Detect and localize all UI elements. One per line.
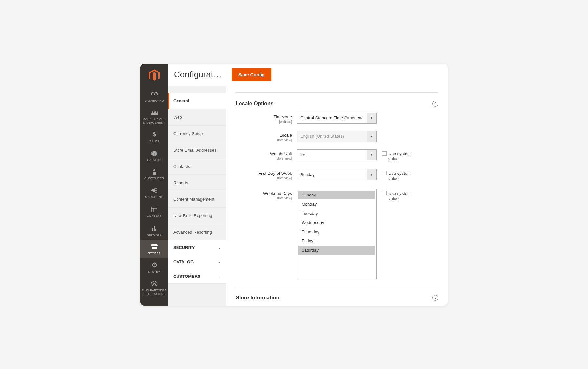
nav-dashboard[interactable]: DASHBOARD: [140, 87, 168, 106]
gear-icon: ⚙: [151, 261, 157, 269]
dashboard-icon: [151, 91, 158, 98]
nav-partners[interactable]: FIND PARTNERS & EXTENSIONS: [140, 277, 168, 299]
divider: [236, 92, 438, 93]
nav-sales[interactable]: $ SALES: [140, 128, 168, 147]
nav-system[interactable]: ⚙ SYSTEM: [140, 258, 168, 277]
weight-label: Weight Unit: [270, 151, 292, 156]
use-system-label: Use system value: [388, 151, 418, 162]
first-day-scope: [store view]: [236, 176, 292, 180]
config-nav-currency[interactable]: Currency Setup: [168, 126, 226, 142]
nav-marketing[interactable]: MARKETING: [140, 184, 168, 202]
locale-fieldset-head[interactable]: Locale Options ⌃: [236, 99, 438, 113]
nav-label: SYSTEM: [148, 270, 161, 274]
locale-label: Locale: [280, 133, 292, 138]
nav-customers[interactable]: CUSTOMERS: [140, 165, 168, 184]
first-day-label: First Day of Week: [258, 171, 292, 176]
nav-label: MARKETPLACE MANAGEMENT: [142, 117, 167, 125]
admin-sidebar: DASHBOARD MARKETPLACE MANAGEMENT $ SALES…: [140, 64, 168, 306]
nav-label: CATALOG: [147, 158, 161, 162]
select-value: Sunday: [297, 169, 367, 180]
row-timezone: Timezone [website] Central Standard Time…: [236, 113, 438, 124]
locale-scope: [store view]: [236, 138, 292, 142]
marketplace-icon: [151, 109, 158, 116]
chevron-down-icon: ⌄: [218, 274, 221, 278]
caret-down-icon: ▾: [367, 150, 376, 160]
nav-label: DASHBOARD: [144, 99, 164, 103]
caret-down-icon: ▾: [367, 113, 376, 123]
ms-option-sunday[interactable]: Sunday: [298, 191, 375, 199]
nav-label: MARKETING: [145, 195, 163, 199]
row-first-day: First Day of Week [store view] Sunday ▾ …: [236, 169, 438, 182]
timezone-scope: [website]: [236, 120, 292, 124]
ms-option-tuesday[interactable]: Tuesday: [298, 209, 375, 218]
svg-rect-6: [155, 229, 156, 231]
main-area: Configuration Save Config General Web Cu…: [168, 64, 448, 306]
store-info-title: Store Information: [236, 295, 279, 301]
config-nav-newrelic[interactable]: New Relic Reporting: [168, 208, 226, 224]
nav-reports[interactable]: REPORTS: [140, 221, 168, 240]
ms-option-friday[interactable]: Friday: [298, 236, 375, 245]
dollar-icon: $: [153, 131, 156, 138]
weekend-use-system-checkbox[interactable]: [382, 191, 387, 195]
weight-select[interactable]: lbs ▾: [297, 149, 377, 160]
nav-marketplace[interactable]: MARKETPLACE MANAGEMENT: [140, 106, 168, 128]
nav-stores[interactable]: STORES: [140, 240, 168, 258]
collapse-down-icon[interactable]: ⌄: [432, 295, 438, 301]
megaphone-icon: [151, 187, 157, 194]
weight-use-system-checkbox[interactable]: [382, 151, 387, 156]
first-day-use-system-checkbox[interactable]: [382, 171, 387, 175]
nav-catalog[interactable]: CATALOG: [140, 147, 168, 165]
store-info-fieldset-head[interactable]: Store Information ⌄: [236, 287, 438, 301]
partners-icon: [151, 280, 157, 287]
config-nav-adv-reporting[interactable]: Advanced Reporting: [168, 224, 226, 240]
config-nav-content-mgmt[interactable]: Content Management: [168, 191, 226, 208]
use-system-label: Use system value: [388, 171, 418, 182]
ms-option-wednesday[interactable]: Wednesday: [298, 218, 375, 227]
config-section-security[interactable]: SECURITY ⌄: [168, 240, 226, 255]
spacer: [168, 86, 226, 93]
nav-label: CONTENT: [147, 214, 162, 218]
row-weight-unit: Weight Unit [store view] lbs ▾ Use syste…: [236, 149, 438, 162]
use-system-label: Use system value: [388, 191, 418, 202]
select-value: Central Standard Time (America/: [297, 113, 367, 123]
first-day-select[interactable]: Sunday ▾: [297, 169, 377, 180]
save-config-button[interactable]: Save Config: [232, 68, 271, 81]
box-icon: [151, 150, 157, 157]
section-label: SECURITY: [173, 245, 195, 250]
nav-content[interactable]: CONTENT: [140, 202, 168, 221]
person-icon: [152, 168, 156, 175]
form-panel: Locale Options ⌃ Timezone [website] Cent…: [226, 86, 448, 306]
nav-label: FIND PARTNERS & EXTENSIONS: [142, 289, 167, 296]
ms-option-saturday[interactable]: Saturday: [298, 246, 375, 255]
config-section-catalog[interactable]: CATALOG ⌄: [168, 255, 226, 269]
svg-rect-5: [154, 226, 155, 231]
storefront-icon: [151, 243, 158, 250]
config-nav-store-email[interactable]: Store Email Addresses: [168, 142, 226, 158]
row-locale: Locale [store view] English (United Stat…: [236, 131, 438, 142]
timezone-select[interactable]: Central Standard Time (America/ ▾: [297, 113, 377, 124]
ms-option-monday[interactable]: Monday: [298, 200, 375, 209]
svg-rect-1: [151, 207, 157, 212]
section-label: CUSTOMERS: [173, 274, 200, 279]
select-value: English (United States): [297, 131, 367, 142]
nav-label: STORES: [148, 252, 161, 255]
ms-option-thursday[interactable]: Thursday: [298, 227, 375, 236]
weight-scope: [store view]: [236, 157, 292, 160]
config-section-customers[interactable]: CUSTOMERS ⌄: [168, 269, 226, 284]
nav-label: SALES: [149, 140, 159, 143]
nav-label: REPORTS: [147, 233, 161, 236]
locale-title: Locale Options: [236, 101, 274, 107]
timezone-label: Timezone: [273, 114, 292, 119]
config-nav-web[interactable]: Web: [168, 109, 226, 126]
magento-logo[interactable]: [140, 64, 168, 87]
config-nav-reports[interactable]: Reports: [168, 175, 226, 191]
weekend-multiselect[interactable]: Sunday Monday Tuesday Wednesday Thursday…: [297, 189, 377, 279]
collapse-up-icon[interactable]: ⌃: [432, 101, 438, 107]
content-row: General Web Currency Setup Store Email A…: [168, 86, 448, 306]
config-nav-general[interactable]: General: [168, 93, 226, 109]
caret-down-icon: ▾: [367, 131, 376, 142]
config-nav: General Web Currency Setup Store Email A…: [168, 86, 226, 306]
locale-select[interactable]: English (United States) ▾: [297, 131, 377, 142]
config-nav-contacts[interactable]: Contacts: [168, 158, 226, 175]
chevron-down-icon: ⌄: [218, 245, 221, 250]
